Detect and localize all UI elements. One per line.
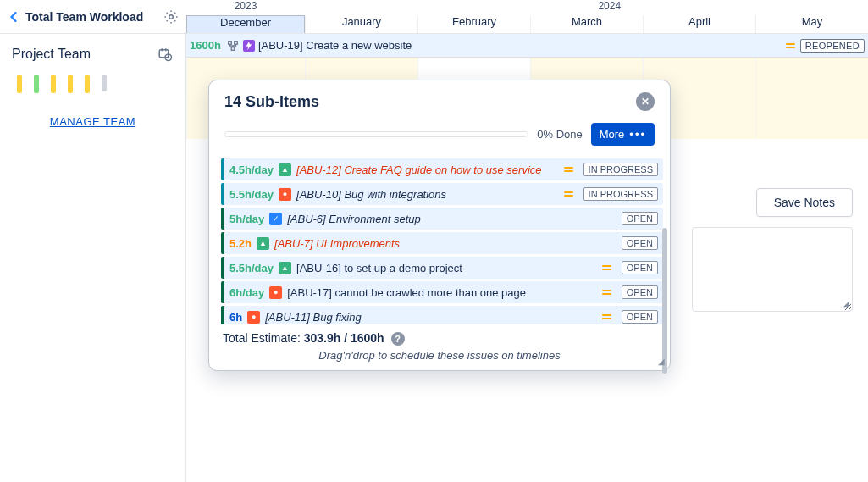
hierarchy-icon[interactable] [226,39,240,53]
effort-value: 5.2h [224,237,252,250]
status-badge: OPEN [622,236,658,250]
back-button[interactable] [7,10,20,24]
month-cell[interactable]: January [305,15,417,33]
status-badge: IN PROGRESS [583,163,658,176]
story-icon: ▲ [279,163,291,176]
effort-value: 6h [224,311,242,324]
page-title: Total Team Workload [25,10,163,24]
svg-rect-5 [231,47,235,50]
epic-bar[interactable]: 1600h [ABU-19] Create a new website REOP… [186,34,868,58]
status-badge: OPEN [622,285,658,299]
effort-value: 5.5h/day [224,188,274,201]
bug-icon: ● [279,188,291,201]
timeline-header: 2023 2024 December January February Marc… [186,0,868,34]
item-text: [ABU-6] Environment setup [287,213,616,225]
year-label: 2024 [534,0,686,15]
sub-item-row[interactable]: 5.5h/day▲[ABU-16] to set up a demo proje… [221,257,663,279]
item-text: [ABU-17] cannot be crawled more than one… [287,286,597,299]
svg-point-0 [169,14,174,19]
month-cell[interactable]: December [186,15,305,33]
task-icon: ✓ [269,213,282,225]
resize-handle[interactable]: ◢ [658,357,665,366]
effort-value: 4.5h/day [224,163,274,176]
month-cell[interactable]: February [417,15,530,33]
priority-icon [602,290,611,295]
more-button[interactable]: More••• [591,123,655,146]
hours-value: 1600h [190,39,221,52]
sub-item-row[interactable]: 4.5h/day▲[ABU-12] Create FAQ guide on ho… [221,158,663,180]
effort-value: 5h/day [224,213,264,225]
footer-hint: Drag'n'drop to schedule these issues on … [223,349,656,362]
status-badge: OPEN [622,212,658,225]
sub-item-row[interactable]: 5.2h▲[ABU-7] UI ImprovementsOPEN [221,232,663,254]
month-cell[interactable]: March [530,15,643,33]
sub-item-row[interactable]: 6h●[ABU-11] Bug fixingOPEN [221,306,663,324]
total-estimate: Total Estimate: 303.9h / 1600h ? [223,331,656,346]
month-cell[interactable]: May [755,15,868,33]
priority-icon [564,191,573,197]
status-badge: IN PROGRESS [583,187,658,201]
item-text: [ABU-12] Create FAQ guide on how to use … [296,163,559,176]
item-text: [ABU-11] Bug fixing [265,311,597,324]
effort-value: 6h/day [224,286,264,299]
status-badge: REOPENED [800,39,865,53]
popup-title: 14 Sub-Items [224,93,636,111]
priority-icon [564,167,573,172]
month-cell[interactable]: April [643,15,755,33]
year-label: 2023 [186,0,305,15]
team-name: Project Team [12,47,91,62]
manage-team-link[interactable]: MANAGE TEAM [12,108,174,135]
notes-textarea[interactable]: ◢ [692,227,853,312]
item-text: [ABU-10] Bug with integrations [296,188,559,201]
svg-rect-4 [235,41,238,44]
team-load-bars [12,66,174,108]
priority-icon [602,314,611,319]
close-icon[interactable]: ✕ [636,92,655,111]
item-text: [ABU-16] to set up a demo project [296,262,597,274]
epic-icon [243,40,255,52]
svg-rect-1 [159,50,169,58]
sub-item-row[interactable]: 5h/day✓[ABU-6] Environment setupOPEN [221,208,663,230]
scrollbar[interactable] [662,228,667,374]
priority-icon [602,265,611,270]
save-notes-button[interactable]: Save Notes [756,188,853,217]
sub-item-row[interactable]: 6h/day●[ABU-17] cannot be crawled more t… [221,281,663,303]
sub-item-row[interactable]: 5.5h/day●[ABU-10] Bug with integrationsI… [221,183,663,205]
story-icon: ▲ [257,237,269,250]
schedule-icon[interactable] [157,46,174,63]
story-icon: ▲ [279,262,291,274]
epic-key: [ABU-19] Create a new website [258,39,412,52]
item-text: [ABU-7] UI Improvements [274,237,616,250]
sub-items-popup: 14 Sub-Items ✕ 0% Done More••• 4.5h/day▲… [208,80,671,371]
priority-icon [786,43,795,48]
progress-label: 0% Done [537,128,582,141]
bug-icon: ● [247,311,260,324]
bug-icon: ● [269,286,282,299]
progress-bar [224,131,528,137]
gear-icon[interactable] [163,8,180,25]
status-badge: OPEN [622,261,658,274]
help-icon[interactable]: ? [391,332,405,346]
status-badge: OPEN [622,310,658,324]
svg-rect-3 [229,41,232,44]
effort-value: 5.5h/day [224,262,274,274]
